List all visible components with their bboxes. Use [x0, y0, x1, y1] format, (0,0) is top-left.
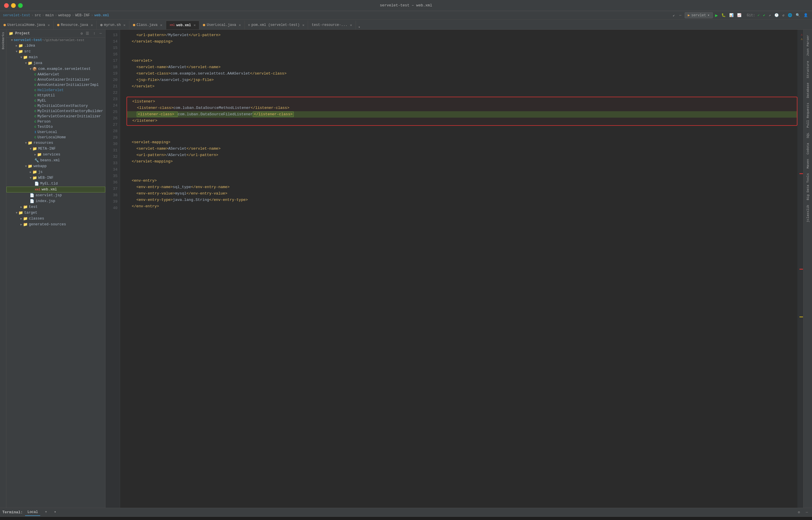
tree-myel[interactable]: C MyEL [6, 98, 105, 103]
tree-services[interactable]: ▶ 📁 services [6, 152, 105, 157]
tab-close-icon[interactable]: ✕ [160, 23, 162, 27]
bookmarks-tab[interactable]: Bookmarks [1, 30, 6, 52]
search-icon[interactable]: 🔍 [794, 13, 801, 18]
tree-webxml[interactable]: xml web.xml [6, 187, 105, 192]
tree-person[interactable]: C Person [6, 119, 105, 124]
tab-close-icon[interactable]: ✕ [302, 23, 304, 27]
vcs-update-icon[interactable]: ↙ [671, 13, 676, 18]
user-icon[interactable]: 👤 [803, 13, 809, 18]
tab-pom[interactable]: m pom.xml (servelet-test) ✕ [245, 21, 309, 29]
sidebar-sort-icon[interactable]: ↕ [92, 31, 97, 35]
tree-myeltld[interactable]: 📄 MyEL.tld [6, 181, 105, 187]
terminal-add-tab[interactable]: + [43, 509, 49, 516]
breadcrumb-item[interactable]: servelet-test [3, 14, 30, 18]
tree-package[interactable]: ▼ 📦 com.example.servelettest [6, 66, 105, 72]
sql-tab[interactable]: SQL [805, 130, 811, 140]
class-icon: C [34, 136, 36, 139]
run-button[interactable]: ▶ [714, 12, 719, 18]
minimize-button[interactable] [11, 3, 16, 8]
code-line-13: <url-pattern>/MyServlet</url-pattern> [126, 32, 797, 38]
code-line-30: <servlet-name>AServlet</servlet-name> [126, 146, 797, 152]
tree-aservletjsp[interactable]: 📄 aservlet.jsp [6, 192, 105, 198]
tree-metainf[interactable]: ▼ 📁 META-INF [6, 146, 105, 152]
tree-resources[interactable]: ▼ 📁 resources [6, 140, 105, 146]
coverage-button[interactable]: 📊 [728, 13, 735, 18]
tree-src[interactable]: ▼ 📁 src [6, 49, 105, 54]
tab-close-icon[interactable]: ✕ [194, 23, 196, 27]
breadcrumb-item[interactable]: webapp [58, 14, 71, 18]
json-parser-tab[interactable]: Json Parser [805, 33, 811, 58]
tabs-overflow-btn[interactable]: ▾ [356, 25, 363, 29]
tree-aaaservlet[interactable]: C AAAServlet [6, 72, 105, 77]
tree-test[interactable]: ▶ 📁 test [6, 204, 105, 210]
git-revert-icon[interactable]: ↺ [781, 13, 786, 18]
back-icon[interactable]: ← [678, 14, 684, 18]
tree-myservletcontainer[interactable]: C MyServletContainerInitializer [6, 114, 105, 119]
tree-beansxml[interactable]: 🔧 beans.xml [6, 157, 105, 163]
tree-userlocal[interactable]: I UserLocal [6, 130, 105, 135]
tree-httputil[interactable]: C HttpUtil [6, 93, 105, 98]
tree-js[interactable]: ▶ 📁 js [6, 169, 105, 175]
maven-tab[interactable]: Maven [805, 157, 811, 171]
tab-close-icon[interactable]: ✕ [239, 23, 241, 27]
debug-button[interactable]: 🐛 [720, 13, 727, 18]
translate-icon[interactable]: 🌐 [787, 13, 793, 18]
tree-myinitial[interactable]: C MyInitialContextFactory [6, 103, 105, 109]
tree-java[interactable]: ▼ 📁 java [6, 60, 105, 66]
tab-myrun[interactable]: myrun.sh ✕ [97, 21, 129, 29]
tab-close-icon[interactable]: ✕ [350, 23, 352, 27]
tab-testresource[interactable]: test-resource-... ✕ [308, 21, 356, 29]
close-button[interactable] [4, 3, 9, 8]
run-config-selector[interactable]: ▶ servlet ▾ [685, 12, 713, 18]
tree-idea[interactable]: ▶ 📁 .idea [6, 43, 105, 49]
tab-webxml[interactable]: xml web.xml ✕ [166, 21, 200, 29]
sidebar-close-icon[interactable]: — [98, 31, 103, 35]
class-icon: C [34, 104, 36, 108]
tree-annocontainer[interactable]: C AnnoContainerInitializer [6, 77, 105, 82]
tab-close-icon[interactable]: ✕ [91, 23, 93, 27]
tab-userlocal[interactable]: UserLocal.java ✕ [199, 21, 245, 29]
terminal-local-tab[interactable]: Local [25, 509, 40, 516]
codota-tab[interactable]: Codota [805, 140, 811, 157]
tree-root[interactable]: ▼ servelet-test ~/github/servelet-test [6, 37, 105, 43]
tab-resource[interactable]: Resource.java ✕ [54, 21, 97, 29]
tab-userlocalhome[interactable]: UserLocalHome.java ✕ [0, 21, 54, 29]
tree-webinf[interactable]: ▼ 📁 WEB-INF [6, 175, 105, 181]
tab-close-icon[interactable]: ✕ [48, 23, 50, 27]
breadcrumb-item[interactable]: WEB-INF [75, 14, 90, 18]
jclasslib-tab[interactable]: jclasslib [805, 203, 811, 225]
tree-target[interactable]: ▼ 📁 target [6, 210, 105, 216]
tree-userlocalhome[interactable]: C UserLocalHome [6, 135, 105, 140]
tree-myinitialbuilder[interactable]: C MyInitialContextFactoryBuilder [6, 109, 105, 114]
tree-testdto[interactable]: C TestDto [6, 124, 105, 130]
profiler-button[interactable]: 📈 [736, 13, 743, 18]
tab-label: pom.xml (servelet-test) [251, 23, 300, 27]
tab-class[interactable]: Class.java ✕ [129, 21, 166, 29]
breadcrumb-item[interactable]: web.xml [94, 14, 109, 18]
tree-main[interactable]: ▼ 📁 main [6, 54, 105, 60]
tree-webapp[interactable]: ▼ 📁 webapp [6, 163, 105, 169]
terminal-dropdown[interactable]: ▾ [52, 509, 58, 516]
tree-indexjsp[interactable]: 📄 index.jsp [6, 198, 105, 204]
git-history-icon[interactable]: 🕐 [773, 13, 780, 18]
tree-generated[interactable]: ▶ 📁 generated-sources [6, 222, 105, 227]
git-push-icon[interactable]: ↗ [768, 13, 772, 18]
git-tick-icon[interactable]: ✔ [762, 13, 766, 18]
sidebar-settings-icon[interactable]: ⚙ [80, 31, 83, 36]
tree-annocontainerimpl[interactable]: C AnnoContainerInitializerImpl [6, 82, 105, 88]
breadcrumb-item[interactable]: main [46, 14, 54, 18]
tree-classes[interactable]: ▶ 📁 classes [6, 216, 105, 222]
pull-requests-tab[interactable]: Pull Requests [805, 100, 811, 130]
structure-tab[interactable]: Structure [805, 58, 811, 80]
git-check-icon[interactable]: ✓ [756, 13, 761, 18]
terminal-close-icon[interactable]: — [804, 511, 810, 515]
breadcrumb-item[interactable]: src [35, 14, 41, 18]
terminal-settings-icon[interactable]: ⚙ [796, 510, 802, 515]
bigdata-tab[interactable]: Big Data Tools [805, 171, 811, 202]
tab-close-icon[interactable]: ✕ [123, 23, 125, 27]
code-editor[interactable]: 13 14 15 16 17 18 19 20 21 22 23 24 25 2… [105, 30, 803, 508]
tree-helloservlet[interactable]: C HelloServlet [6, 88, 105, 93]
maximize-button[interactable] [18, 3, 23, 8]
database-tab[interactable]: Database [805, 80, 811, 100]
sidebar-layout-icon[interactable]: ☰ [84, 31, 90, 36]
